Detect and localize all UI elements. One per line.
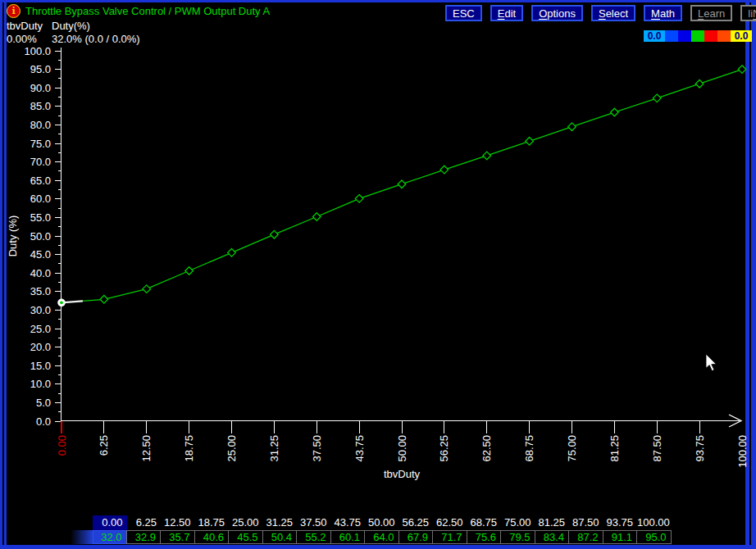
y-axis-tick-label: 60.0 — [30, 193, 51, 205]
table-x-cell[interactable]: 100.00 — [637, 515, 672, 530]
y-axis-tick-label: 20.0 — [30, 341, 51, 353]
x-axis-tick-label: 0.00 — [56, 435, 68, 456]
x-axis-tick-label: 6.25 — [98, 435, 110, 456]
data-point-marker[interactable] — [695, 79, 704, 88]
chart-area[interactable]: 0.05.010.015.020.025.030.035.040.045.050… — [0, 0, 756, 549]
y-axis-tick-label: 15.0 — [30, 360, 51, 372]
y-axis-tick-label: 45.0 — [30, 248, 51, 261]
table-x-cell[interactable]: 6.25 — [127, 515, 162, 530]
table-value-cell[interactable]: 45.5 — [228, 530, 263, 544]
data-point-marker[interactable] — [143, 285, 151, 293]
x-axis-tick-label: 12.50 — [140, 435, 153, 462]
x-axis-tick-label: 31.25 — [268, 435, 280, 462]
table-value-cell[interactable]: 32.9 — [126, 530, 162, 544]
data-point-marker[interactable] — [185, 267, 194, 275]
data-point-marker[interactable] — [228, 249, 236, 257]
y-axis-tick-label: 10.0 — [30, 378, 51, 390]
table-x-cell[interactable]: 62.50 — [433, 515, 467, 530]
table-value-cell[interactable]: 91.1 — [603, 530, 638, 544]
table-x-cell[interactable]: 68.75 — [467, 515, 502, 530]
x-axis-tick-label: 18.75 — [183, 435, 195, 462]
data-point-marker[interactable] — [355, 195, 363, 203]
data-point-marker[interactable] — [398, 180, 406, 188]
x-axis-tick-label: 43.75 — [353, 435, 366, 462]
y-axis-tick-label: 100.0 — [24, 45, 51, 57]
table-x-cell[interactable]: 81.25 — [535, 515, 570, 530]
table-value-cell[interactable]: 35.7 — [160, 530, 195, 544]
data-point-marker[interactable] — [611, 108, 619, 116]
data-point-marker[interactable] — [440, 166, 449, 174]
y-axis-tick-label: 70.0 — [30, 156, 51, 168]
table-x-cell[interactable]: 43.75 — [331, 515, 366, 530]
table-x-cell[interactable]: 0.00 — [93, 515, 127, 530]
data-point-marker[interactable] — [568, 123, 576, 131]
x-axis-tick-label: 25.00 — [225, 435, 238, 462]
y-axis-tick-label: 5.0 — [36, 397, 51, 409]
data-point-marker[interactable] — [100, 295, 108, 303]
table-value-cell[interactable]: 64.0 — [364, 530, 399, 544]
y-axis-tick-label: 80.0 — [30, 119, 51, 131]
table-x-cell[interactable]: 75.00 — [501, 515, 535, 530]
x-axis-tick-label: 62.50 — [480, 435, 493, 462]
data-point-marker[interactable] — [653, 94, 661, 102]
table-x-cell[interactable]: 37.50 — [297, 515, 331, 530]
x-axis-tick-label: 37.50 — [311, 435, 323, 462]
selection-glow — [71, 530, 93, 544]
table-value-cell[interactable]: 40.6 — [194, 530, 230, 544]
x-axis-tick-label: 56.25 — [438, 435, 450, 462]
x-axis-title: tbvDuty — [384, 468, 421, 480]
table-value-cell[interactable]: 87.2 — [568, 530, 603, 544]
x-axis-tick-label: 68.75 — [523, 435, 535, 462]
table-value-cell[interactable]: 50.4 — [262, 530, 298, 544]
mouse-cursor-icon — [705, 353, 718, 372]
table-x-cell[interactable]: 56.25 — [399, 515, 434, 530]
y-axis-tick-label: 55.0 — [30, 211, 51, 224]
table-x-cell[interactable]: 12.50 — [161, 515, 195, 530]
y-axis-tick-label: 85.0 — [30, 100, 51, 112]
table-value-cell[interactable]: 95.0 — [636, 530, 672, 544]
x-axis-tick-label: 87.50 — [651, 435, 663, 462]
table-value-cell[interactable]: 75.6 — [467, 530, 502, 544]
y-axis-tick-label: 25.0 — [30, 323, 51, 335]
table-x-cell[interactable]: 93.75 — [603, 515, 638, 530]
table-value-cell[interactable]: 79.5 — [500, 530, 535, 544]
y-axis-title: Duty (%) — [7, 216, 19, 257]
data-point-marker[interactable] — [483, 152, 491, 160]
table-value-cell[interactable]: 60.1 — [330, 530, 366, 544]
y-axis-tick-label: 95.0 — [30, 63, 51, 75]
y-axis-tick-label: 75.0 — [30, 138, 51, 150]
y-axis-tick-label: 30.0 — [30, 304, 51, 316]
data-point-marker[interactable] — [526, 137, 534, 145]
y-axis-tick-label: 90.0 — [30, 82, 51, 94]
table-value-cell[interactable]: 83.4 — [535, 530, 570, 544]
data-point-marker[interactable] — [738, 66, 746, 74]
table-x-cell[interactable]: 31.25 — [263, 515, 298, 530]
x-axis-tick-label: 75.00 — [566, 435, 578, 462]
y-axis-tick-label: 50.0 — [30, 230, 51, 243]
table-value-cell[interactable]: 71.7 — [432, 530, 467, 544]
y-axis-tick-label: 40.0 — [30, 267, 51, 279]
table-value-cell[interactable]: 55.2 — [296, 530, 331, 544]
y-axis-tick-label: 0.0 — [36, 415, 51, 428]
data-point-marker-selected-core — [60, 301, 63, 304]
x-axis-tick-label: 100.00 — [736, 435, 749, 468]
x-axis-tick-label: 81.25 — [608, 435, 621, 462]
x-axis-tick-label: 93.75 — [694, 435, 706, 462]
table-x-cell[interactable]: 25.00 — [229, 515, 263, 530]
y-axis-tick-label: 35.0 — [30, 285, 51, 297]
table-value-cell[interactable]: 32.0 — [93, 530, 127, 544]
table-x-cell[interactable]: 18.75 — [195, 515, 230, 530]
table-x-cell[interactable]: 87.50 — [569, 515, 603, 530]
x-axis-tick-label: 50.00 — [396, 435, 408, 462]
data-point-marker[interactable] — [312, 213, 321, 221]
table-value-cell[interactable]: 67.9 — [398, 530, 434, 544]
data-point-marker[interactable] — [271, 230, 279, 238]
y-axis-tick-label: 65.0 — [30, 175, 51, 187]
table-x-cell[interactable]: 50.00 — [365, 515, 399, 530]
